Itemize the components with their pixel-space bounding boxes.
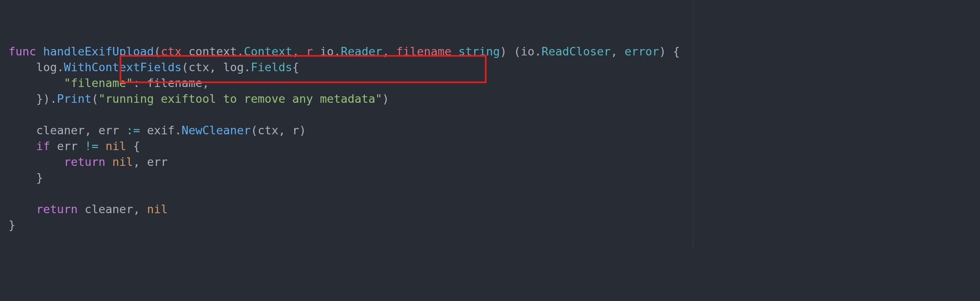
arg-ctx: ctx xyxy=(189,61,209,74)
var-cleaner2: cleaner xyxy=(85,203,133,216)
space xyxy=(36,45,43,58)
pkg-exif: exif xyxy=(147,124,175,137)
blank-line xyxy=(9,108,15,121)
var-err3: err xyxy=(147,155,168,168)
keyword-if: if xyxy=(36,139,50,153)
indent xyxy=(9,124,36,137)
recv-log: log xyxy=(36,61,57,74)
indent xyxy=(9,76,64,90)
func-name: handleExifUpload xyxy=(43,45,154,58)
var-err2: err xyxy=(57,139,78,153)
keyword-func: func xyxy=(9,45,36,58)
type-fields: Fields xyxy=(251,61,292,74)
recv-log2: log xyxy=(223,61,244,74)
string-message: "running exiftool to remove any metadata… xyxy=(98,92,382,105)
brace: } xyxy=(9,218,15,232)
blank-line xyxy=(9,187,15,200)
nil-literal: nil xyxy=(112,155,133,168)
paren: ( xyxy=(154,45,160,58)
type-string: string xyxy=(458,45,500,58)
paren: ) ( xyxy=(500,45,521,58)
pkg-context: context xyxy=(189,45,237,58)
type-readcloser: ReadCloser xyxy=(542,45,611,58)
indent xyxy=(9,139,36,153)
keyword-return: return xyxy=(36,203,78,216)
short-decl: := xyxy=(126,124,140,137)
brace: } xyxy=(36,171,43,184)
type-context: Context xyxy=(244,45,292,58)
param-r: r xyxy=(306,45,313,58)
indent xyxy=(9,203,36,216)
indent xyxy=(9,92,36,105)
paren-brace: ) { xyxy=(659,45,680,58)
type-reader: Reader xyxy=(341,45,382,58)
paren: ( xyxy=(92,92,98,105)
arg-r: r xyxy=(292,124,299,137)
dot: . xyxy=(334,45,341,58)
method-withcontextfields: WithContextFields xyxy=(64,61,181,74)
indent xyxy=(9,155,64,168)
nil-literal: nil xyxy=(106,139,126,153)
comma: , xyxy=(202,76,209,90)
func-newcleaner: NewCleaner xyxy=(181,124,251,137)
keyword-return: return xyxy=(64,155,106,168)
comma: , xyxy=(292,45,307,58)
indent xyxy=(9,61,36,74)
op-neq: != xyxy=(85,139,99,153)
brace: { xyxy=(126,139,140,153)
map-key-filename: "filename" xyxy=(64,76,133,90)
pkg-io: io xyxy=(521,45,535,58)
brace-paren: }). xyxy=(36,92,57,105)
var-err: err xyxy=(98,124,119,137)
var-cleaner: cleaner xyxy=(36,124,85,137)
indent xyxy=(9,171,36,184)
param-ctx: ctx xyxy=(161,45,182,58)
code-editor[interactable]: func handleExifUpload(ctx context.Contex… xyxy=(0,0,980,249)
dot: . xyxy=(237,45,244,58)
arg-ctx2: ctx xyxy=(258,124,278,137)
comma: , xyxy=(382,45,396,58)
paren: ) xyxy=(382,92,389,105)
colon: : xyxy=(133,76,147,90)
param-filename: filename xyxy=(396,45,451,58)
method-print: Print xyxy=(57,92,92,105)
map-val-filename: filename xyxy=(147,76,202,90)
paren: ) xyxy=(299,124,306,137)
brace: { xyxy=(292,61,299,74)
ruler-guide xyxy=(693,0,693,249)
type-error: error xyxy=(625,45,659,58)
nil-literal: nil xyxy=(147,203,168,216)
pkg-io: io xyxy=(320,45,334,58)
